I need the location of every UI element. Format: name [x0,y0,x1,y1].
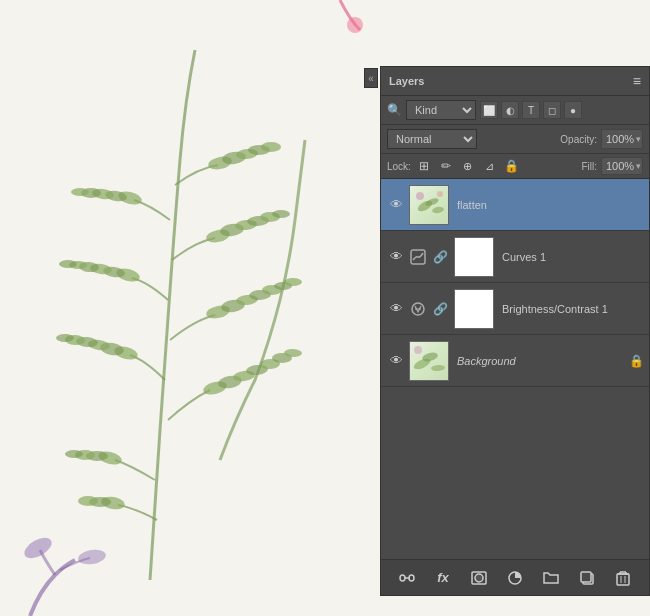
layer-item[interactable]: 👁 🔗 Curves 1 [381,231,649,283]
svg-point-41 [261,142,281,152]
svg-point-51 [347,17,363,33]
layer-thumbnail [454,289,494,329]
layer-visibility-eye[interactable]: 👁 [387,352,405,370]
type-filter-btn[interactable]: T [522,101,540,119]
layers-panel: Layers ≡ 🔍 Kind ⬜ ◐ T ◻ ● Normal Opacity… [380,66,650,596]
panel-header-icons: ≡ [633,73,641,89]
new-group-btn[interactable] [540,567,562,589]
layer-item[interactable]: 👁 Background 🔒 [381,335,649,387]
adjustment-filter-btn[interactable]: ◐ [501,101,519,119]
lock-position-btn[interactable]: ⊞ [415,157,433,175]
adjustment-layer-icon [409,300,427,318]
search-icon: 🔍 [387,103,402,117]
layer-thumbnail [454,237,494,277]
layer-thumbnail [409,185,449,225]
fill-label: Fill: [581,161,597,172]
panel-header: Layers ≡ [381,67,649,96]
new-fill-adjustment-btn[interactable] [504,567,526,589]
svg-point-48 [78,496,98,506]
svg-point-58 [437,191,443,197]
layer-name: Background [457,355,625,367]
blend-row: Normal Opacity: 100% ▾ [381,125,649,154]
svg-point-31 [272,210,290,218]
svg-point-25 [59,260,77,268]
pixel-filter-btn[interactable]: ⬜ [480,101,498,119]
lock-all-btn[interactable]: 🔒 [503,157,521,175]
watercolor-leaves [0,0,370,616]
layer-name: flatten [457,199,643,211]
svg-point-65 [414,346,422,354]
new-layer-btn[interactable] [576,567,598,589]
svg-rect-66 [400,575,405,581]
svg-point-45 [65,450,83,458]
svg-point-64 [431,364,445,371]
shape-filter-btn[interactable]: ◻ [543,101,561,119]
svg-rect-72 [581,572,591,582]
kind-select[interactable]: Kind [406,100,476,120]
add-style-btn[interactable]: fx [432,567,454,589]
panel-menu-icon[interactable]: ≡ [633,73,641,89]
fill-value[interactable]: 100% ▾ [601,157,643,175]
opacity-label: Opacity: [560,134,597,145]
svg-rect-73 [617,574,629,585]
add-mask-btn[interactable] [468,567,490,589]
layer-visibility-eye[interactable]: 👁 [387,248,405,266]
svg-point-19 [284,278,302,286]
layer-visibility-eye[interactable]: 👁 [387,300,405,318]
lock-artboard-btn[interactable]: ⊿ [481,157,499,175]
kind-row: 🔍 Kind ⬜ ◐ T ◻ ● [381,96,649,125]
layer-chain-icon: 🔗 [433,250,448,264]
link-layers-btn[interactable] [396,567,418,589]
svg-point-57 [416,192,424,200]
layer-item[interactable]: 👁 flatten [381,179,649,231]
adjustment-layer-icon [409,248,427,266]
lock-draw-btn[interactable]: ✏ [437,157,455,175]
layer-thumbnail [409,341,449,381]
layer-item[interactable]: 👁 🔗 Brightness/Contrast 1 [381,283,649,335]
svg-point-49 [21,534,55,563]
svg-point-12 [56,334,74,342]
kind-icons: ⬜ ◐ T ◻ ● [480,101,582,119]
smart-filter-btn[interactable]: ● [564,101,582,119]
lock-label: Lock: [387,161,411,172]
lock-row: Lock: ⊞ ✏ ⊕ ⊿ 🔒 Fill: 100% ▾ [381,154,649,179]
svg-point-69 [475,574,483,582]
layer-chain-icon: 🔗 [433,302,448,316]
svg-point-56 [432,206,445,214]
layer-name: Brightness/Contrast 1 [502,303,643,315]
delete-layer-btn[interactable] [612,567,634,589]
panel-footer: fx [381,559,649,595]
layers-list: 👁 flatten 👁 🔗 [381,179,649,559]
opacity-value[interactable]: 100% ▾ [601,129,643,149]
svg-point-36 [71,188,89,196]
lock-move-btn[interactable]: ⊕ [459,157,477,175]
layer-visibility-eye[interactable]: 👁 [387,196,405,214]
panel-title: Layers [389,75,424,87]
layer-name: Curves 1 [502,251,643,263]
panel-collapse-arrows[interactable]: « [364,68,378,88]
svg-point-50 [77,548,107,567]
svg-rect-67 [409,575,414,581]
layer-lock-icon: 🔒 [629,354,643,368]
blend-mode-select[interactable]: Normal [387,129,477,149]
